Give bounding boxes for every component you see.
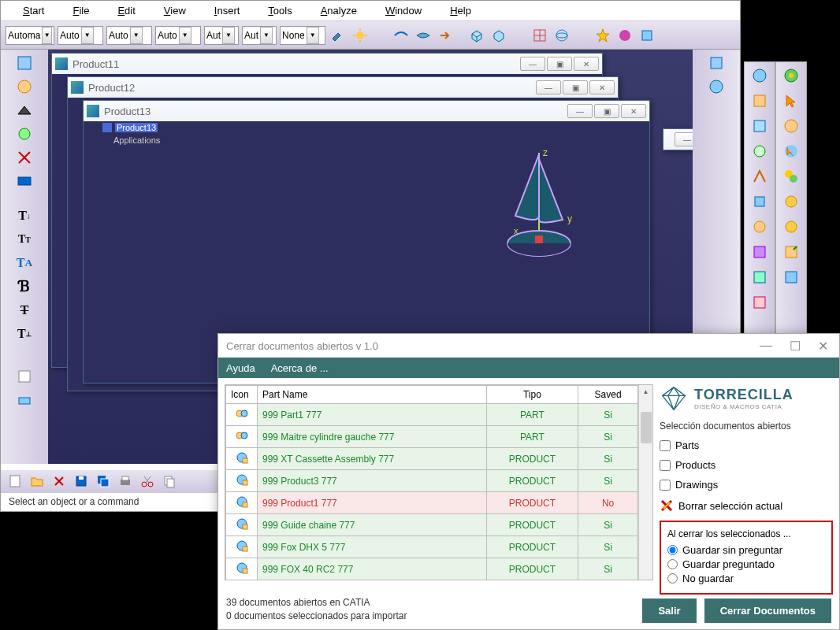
- scroll-up-icon[interactable]: ▲: [639, 385, 652, 398]
- outer-tool-b8[interactable]: [781, 242, 801, 262]
- menu-tools[interactable]: Tools: [254, 2, 306, 20]
- outer-tool-8[interactable]: [749, 242, 770, 262]
- col-saved[interactable]: Saved: [578, 386, 638, 404]
- table-row[interactable]: 999 XT Cassette Assembly 777PRODUCTSi: [226, 448, 638, 470]
- outer-tool-5[interactable]: [749, 166, 770, 187]
- text-tool-6[interactable]: T⊥: [14, 324, 35, 344]
- axis-gizmo[interactable]: z y x: [476, 145, 602, 287]
- col-tipo[interactable]: Tipo: [486, 386, 578, 404]
- grid-icon[interactable]: [530, 26, 549, 45]
- maximize-button[interactable]: ▣: [547, 57, 572, 71]
- tool-l1[interactable]: [14, 53, 35, 73]
- scroll-thumb[interactable]: [641, 412, 652, 443]
- radio-save-ask[interactable]: Guardar preguntado: [667, 558, 825, 570]
- minimize-button[interactable]: —: [567, 104, 593, 118]
- col-icon[interactable]: Icon: [226, 386, 258, 404]
- new-icon[interactable]: [6, 472, 24, 491]
- globe-icon[interactable]: [552, 26, 571, 45]
- outer-tool-1[interactable]: [749, 65, 770, 86]
- tool-l7[interactable]: [14, 366, 35, 387]
- menu-help[interactable]: Help: [436, 2, 485, 20]
- dialog-menu-about[interactable]: Acerca de ...: [271, 362, 329, 374]
- tool-l3[interactable]: [14, 100, 35, 120]
- dropdown-2[interactable]: Auto▼: [58, 26, 103, 45]
- tool-l8[interactable]: [14, 390, 35, 410]
- table-row[interactable]: 999 Fox DHX 5 777PRODUCTSi: [226, 536, 638, 558]
- table-row[interactable]: Drawing1DRAWINGNew: [226, 580, 638, 581]
- star-icon[interactable]: [593, 26, 612, 45]
- view-icon[interactable]: [414, 26, 433, 45]
- maximize-button[interactable]: ▣: [563, 80, 588, 94]
- close-docs-button[interactable]: Cerrar Documentos: [704, 598, 831, 623]
- menu-view[interactable]: View: [150, 2, 200, 20]
- copy-icon[interactable]: [160, 472, 179, 491]
- cut-icon[interactable]: [138, 472, 157, 491]
- close-button[interactable]: ✕: [589, 80, 615, 94]
- save-icon[interactable]: [72, 472, 91, 491]
- brush-icon[interactable]: [329, 26, 348, 45]
- outer-tool-2[interactable]: [749, 91, 770, 111]
- table-row[interactable]: 999 Product3 777PRODUCTSi: [226, 470, 638, 492]
- text-tool-1[interactable]: T↓: [14, 206, 35, 226]
- dropdown-7[interactable]: None▼: [280, 26, 325, 45]
- clear-selection[interactable]: Borrar selección actual: [660, 498, 833, 513]
- outer-tool-7[interactable]: [749, 217, 770, 237]
- outer-tool-4[interactable]: [749, 141, 770, 161]
- table-row[interactable]: 999 Maitre cylindre gauche 777PARTSi: [226, 426, 638, 448]
- text-tool-2[interactable]: TT: [14, 229, 35, 250]
- text-tool-4[interactable]: Ɓ: [14, 276, 35, 297]
- outer-tool-b3[interactable]: [781, 116, 801, 136]
- tool-icon[interactable]: [637, 26, 656, 45]
- table-row[interactable]: 999 FOX 40 RC2 777PRODUCTSi: [226, 558, 638, 580]
- cube1-icon[interactable]: [467, 26, 486, 45]
- tool-r2[interactable]: [706, 76, 727, 97]
- table-row[interactable]: 999 Guide chaine 777PRODUCTSi: [226, 514, 638, 536]
- dropdown-1[interactable]: Automa▼: [6, 26, 54, 45]
- text-tool-5[interactable]: T: [14, 300, 35, 321]
- text-tool-3[interactable]: TA: [14, 253, 35, 273]
- minimize-button[interactable]: —: [520, 57, 545, 71]
- child-titlebar-2[interactable]: Product12 — ▣ ✕: [68, 77, 618, 98]
- print-icon[interactable]: [116, 472, 135, 491]
- check-drawings[interactable]: Drawings: [660, 479, 833, 491]
- check-products[interactable]: Products: [660, 459, 833, 471]
- dialog-close-button[interactable]: ✕: [815, 339, 831, 354]
- tool-l5[interactable]: [14, 147, 35, 168]
- sun-icon[interactable]: [351, 26, 370, 45]
- menu-edit[interactable]: Edit: [103, 2, 149, 20]
- dialog-maximize-button[interactable]: ☐: [786, 339, 804, 354]
- arrow-icon[interactable]: [436, 26, 455, 45]
- saveall-icon[interactable]: [94, 472, 113, 491]
- menu-file[interactable]: File: [58, 2, 103, 20]
- dropdown-6[interactable]: Aut▼: [242, 26, 277, 45]
- radio-no-save[interactable]: No guardar: [667, 573, 825, 584]
- dialog-minimize-button[interactable]: —: [756, 339, 775, 354]
- table-scrollbar[interactable]: ▲: [638, 385, 652, 580]
- menu-insert[interactable]: Insert: [200, 2, 255, 20]
- outer-tool-10[interactable]: [749, 292, 770, 313]
- delete-icon[interactable]: [50, 472, 69, 491]
- dropdown-3[interactable]: Auto▼: [106, 26, 152, 45]
- menu-start[interactable]: Start: [9, 2, 58, 20]
- outer-tool-3[interactable]: [749, 116, 770, 136]
- outer-tool-b5[interactable]: [781, 166, 801, 187]
- outer-tool-b7[interactable]: [781, 217, 801, 237]
- table-row[interactable]: 999 Part1 777PARTSi: [226, 404, 638, 426]
- table-row[interactable]: 999 Product1 777PRODUCTNo: [226, 492, 638, 514]
- tool-l2[interactable]: [14, 76, 35, 97]
- minimize-button[interactable]: —: [536, 80, 561, 94]
- menu-window[interactable]: Window: [371, 2, 436, 20]
- color-icon[interactable]: [615, 26, 634, 45]
- tool-r1[interactable]: [706, 53, 727, 73]
- fly-icon[interactable]: [392, 26, 411, 45]
- tree-root[interactable]: Product13: [99, 121, 649, 134]
- child-titlebar-3[interactable]: Product13 — ▣ ✕: [84, 101, 649, 121]
- close-button[interactable]: ✕: [621, 104, 646, 118]
- tool-l4[interactable]: [14, 124, 35, 144]
- outer-tool-b4[interactable]: [781, 141, 801, 161]
- maximize-button[interactable]: ▣: [594, 104, 619, 118]
- open-icon[interactable]: [28, 472, 46, 491]
- minimize-button[interactable]: —: [675, 132, 693, 146]
- child-titlebar-1[interactable]: Product11 — ▣ ✕: [52, 54, 602, 74]
- outer-tool-9[interactable]: [749, 267, 770, 287]
